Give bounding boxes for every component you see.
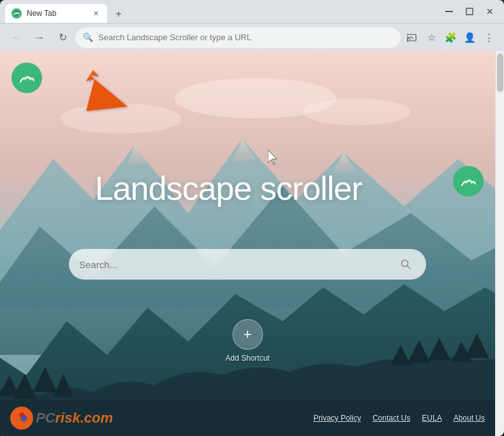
tab-title: New Tab (27, 9, 85, 18)
menu-button[interactable]: ⋮ (480, 29, 498, 47)
toolbar: ← → ↻ 🔍 ☆ 🧩 👤 ⋮ (0, 23, 504, 51)
top-left-logo[interactable] (11, 63, 42, 93)
add-shortcut-button[interactable]: + (232, 319, 263, 350)
scrollbar-thumb[interactable] (497, 54, 503, 92)
address-input[interactable] (98, 33, 393, 42)
add-shortcut-container: + Add Shortcut (225, 319, 269, 363)
tab-close-button[interactable]: ✕ (91, 8, 101, 19)
bookmark-button[interactable]: ☆ (422, 29, 440, 47)
browser-window: New Tab ✕ + ✕ ← → ↻ 🔍 ☆ 🧩 (0, 0, 504, 436)
page-footer: PC risk.com Privacy Policy Contact Us EU… (0, 400, 495, 436)
new-tab-button[interactable]: + (110, 5, 128, 23)
address-bar[interactable]: 🔍 (75, 27, 401, 48)
search-submit-button[interactable] (396, 254, 416, 274)
reload-button[interactable]: ↻ (52, 27, 73, 48)
footer-link-eula[interactable]: EULA (422, 414, 441, 423)
svg-point-24 (19, 412, 24, 417)
search-icon: 🔍 (83, 33, 93, 42)
footer-link-privacy[interactable]: Privacy Policy (313, 414, 361, 423)
toolbar-actions: ☆ 🧩 👤 ⋮ (403, 29, 498, 47)
add-shortcut-label: Add Shortcut (225, 354, 269, 363)
page-main-title: Landscape scroller (0, 169, 457, 207)
svg-point-4 (407, 40, 408, 41)
search-bar (69, 249, 426, 280)
window-controls: ✕ (440, 3, 499, 20)
search-bar-container (69, 249, 426, 280)
profile-button[interactable]: 👤 (461, 29, 478, 47)
footer-link-contact[interactable]: Contact Us (373, 414, 410, 423)
footer-logo-text2: risk.com (56, 410, 114, 426)
back-button[interactable]: ← (6, 27, 27, 48)
tab-area: New Tab ✕ + (5, 0, 438, 23)
footer-links: Privacy Policy Contact Us EULA About Us (313, 414, 485, 423)
extensions-button[interactable]: 🧩 (441, 29, 459, 47)
page: Landscape scroller + Add Shortcut (0, 51, 495, 436)
tab-favicon (11, 8, 22, 19)
top-right-logo[interactable] (453, 166, 484, 197)
scrollbar[interactable] (495, 51, 504, 436)
cast-button[interactable] (403, 29, 421, 47)
svg-rect-2 (466, 8, 473, 15)
footer-logo: PC risk.com (10, 407, 113, 430)
active-tab[interactable]: New Tab ✕ (5, 4, 107, 23)
titlebar: New Tab ✕ + ✕ (0, 0, 504, 23)
svg-line-21 (407, 266, 410, 269)
arrow-indicator (77, 65, 134, 119)
search-input[interactable] (79, 259, 389, 270)
maximize-button[interactable] (461, 3, 478, 20)
svg-rect-1 (445, 11, 453, 12)
svg-point-7 (303, 98, 411, 125)
minimize-button[interactable] (440, 3, 458, 20)
mountain-illustration (0, 51, 495, 436)
forward-button[interactable]: → (29, 27, 50, 48)
close-button[interactable]: ✕ (481, 3, 499, 20)
footer-logo-icon (10, 407, 33, 430)
browser-content: Landscape scroller + Add Shortcut (0, 51, 504, 436)
footer-link-about[interactable]: About Us (454, 414, 485, 423)
footer-logo-text1: PC (36, 410, 56, 426)
